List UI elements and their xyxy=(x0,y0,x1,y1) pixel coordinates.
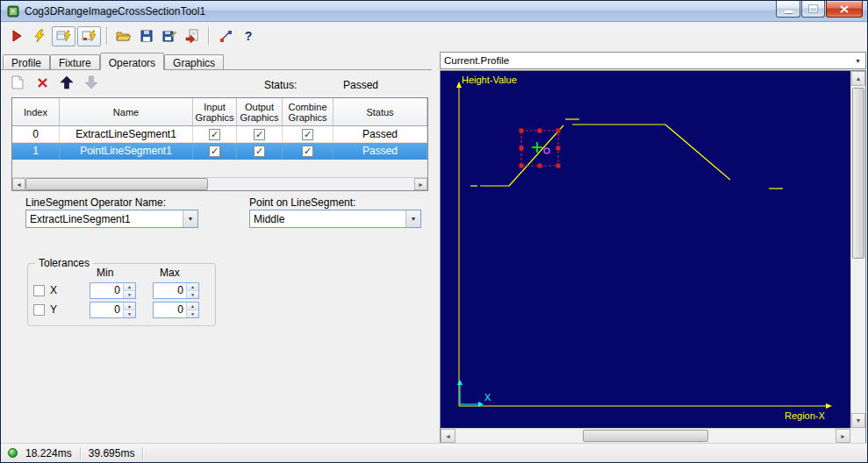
tab-operators[interactable]: Operators xyxy=(100,53,164,70)
roi-handle[interactable] xyxy=(556,164,561,168)
spinner-value[interactable]: 0 xyxy=(154,283,186,298)
profile-display[interactable]: Height-Value Region-X X xyxy=(441,71,850,428)
display-horizontal-scrollbar[interactable]: ◄ ► xyxy=(441,428,850,443)
mini-y-arrow-icon xyxy=(457,380,463,385)
maximize-icon xyxy=(809,5,817,12)
electric-run-toggle-button[interactable] xyxy=(77,26,101,46)
main-toolbar: ? xyxy=(1,23,867,49)
roi-handle[interactable] xyxy=(556,146,561,151)
spin-up-icon[interactable]: ▲ xyxy=(187,303,198,310)
spinner-value[interactable]: 0 xyxy=(90,283,123,298)
table-header-row: Index Name Input Graphics Output Graphic… xyxy=(12,98,427,126)
help-icon: ? xyxy=(245,29,253,43)
maximize-button[interactable] xyxy=(801,1,825,18)
col-header-name[interactable]: Name xyxy=(60,98,193,125)
chevron-down-icon[interactable]: ▼ xyxy=(850,53,865,68)
tolerance-y-min-spinner[interactable]: 0 ▲▼ xyxy=(90,302,136,318)
y-axis-label: Height-Value xyxy=(462,75,517,85)
point-on-linesegment-value: Middle xyxy=(250,213,405,225)
table-row-selected[interactable]: 1 PointLineSegment1 ✓ ✓ ✓ Passed xyxy=(12,143,427,160)
tab-graphics[interactable]: Graphics xyxy=(164,54,224,69)
col-header-index[interactable]: Index xyxy=(12,98,60,125)
roi-handle[interactable] xyxy=(520,129,524,133)
save-as-button[interactable] xyxy=(159,25,180,46)
operators-toolbar xyxy=(10,75,99,90)
scroll-down-button[interactable]: ▼ xyxy=(851,413,865,428)
profile-segment-5 xyxy=(665,125,730,180)
display-vertical-scrollbar[interactable]: ▲ ▼ xyxy=(850,71,865,428)
combine-graphics-checkbox[interactable]: ✓ xyxy=(302,146,313,157)
min-header: Min xyxy=(97,267,113,279)
roi-handle[interactable] xyxy=(538,164,542,168)
tolerance-x-max-spinner[interactable]: 0 ▲▼ xyxy=(153,282,199,299)
point-on-linesegment-combobox[interactable]: Middle ▼ xyxy=(249,210,421,228)
scroll-right-button[interactable]: ► xyxy=(836,429,850,443)
tolerance-y-checkbox[interactable] xyxy=(33,304,45,316)
display-selector-combobox[interactable]: Current.Profile ▼ xyxy=(440,52,866,69)
point-on-linesegment-label: Point on LineSegment: xyxy=(249,196,355,209)
tab-profile[interactable]: Profile xyxy=(3,54,50,69)
table-horizontal-scrollbar[interactable]: ◄ ► xyxy=(12,177,427,190)
spin-up-icon[interactable]: ▲ xyxy=(124,303,135,310)
profile-display-frame: Height-Value Region-X X ▲ ▼ ◄ ► xyxy=(440,70,866,444)
scrollbar-corner xyxy=(850,428,865,443)
scrollbar-thumb[interactable] xyxy=(25,178,208,190)
scroll-left-button[interactable]: ◄ xyxy=(441,429,456,443)
title-bar[interactable]: Cog3DRangeImageCrossSectionTool1 xyxy=(1,1,867,22)
linesegment-operator-value: ExtractLineSegment1 xyxy=(26,213,183,225)
spin-up-icon[interactable]: ▲ xyxy=(124,283,135,291)
add-operator-button[interactable] xyxy=(10,75,25,90)
delete-operator-button[interactable] xyxy=(34,75,50,90)
run-tool-button[interactable] xyxy=(6,25,27,46)
roi-handle[interactable] xyxy=(556,129,561,133)
spin-down-icon[interactable]: ▼ xyxy=(187,310,198,317)
scroll-up-button[interactable]: ▲ xyxy=(851,71,865,86)
help-button[interactable]: ? xyxy=(238,25,259,46)
spinner-value[interactable]: 0 xyxy=(154,303,186,317)
profile-segment-2 xyxy=(509,125,563,186)
tab-fixture[interactable]: Fixture xyxy=(50,54,100,69)
roi-handle[interactable] xyxy=(520,164,524,168)
tolerance-y-max-spinner[interactable]: 0 ▲▼ xyxy=(153,302,199,318)
roi-handle[interactable] xyxy=(520,146,524,151)
chevron-down-icon[interactable]: ▼ xyxy=(405,210,420,227)
linesegment-operator-combobox[interactable]: ExtractLineSegment1 ▼ xyxy=(25,210,198,228)
tolerance-x-checkbox[interactable] xyxy=(33,285,45,296)
col-header-output-graphics[interactable]: Output Graphics xyxy=(237,98,283,125)
measure-slope-button[interactable] xyxy=(215,25,236,46)
tolerance-x-min-spinner[interactable]: 0 ▲▼ xyxy=(90,282,136,299)
output-graphics-checkbox[interactable]: ✓ xyxy=(254,129,265,140)
x-axis-label: Region-X xyxy=(785,410,825,421)
import-button[interactable] xyxy=(182,25,203,46)
input-graphics-checkbox[interactable]: ✓ xyxy=(209,129,220,140)
minimize-button[interactable] xyxy=(776,1,800,18)
open-file-button[interactable] xyxy=(113,25,134,46)
col-header-status[interactable]: Status xyxy=(334,98,427,125)
combine-graphics-checkbox[interactable]: ✓ xyxy=(302,129,313,140)
spin-down-icon[interactable]: ▼ xyxy=(124,310,135,317)
table-row[interactable]: 0 ExtractLineSegment1 ✓ ✓ ✓ Passed xyxy=(12,126,427,143)
move-down-button[interactable] xyxy=(83,75,99,90)
scroll-left-button[interactable]: ◄ xyxy=(12,178,25,190)
auto-run-toggle-button[interactable] xyxy=(52,26,75,46)
spin-down-icon[interactable]: ▼ xyxy=(187,291,198,298)
input-graphics-checkbox[interactable]: ✓ xyxy=(209,146,220,157)
run-on-live-button[interactable] xyxy=(29,25,50,46)
scrollbar-thumb[interactable] xyxy=(583,430,708,442)
scroll-right-button[interactable]: ► xyxy=(414,178,427,190)
operators-table: Index Name Input Graphics Output Graphic… xyxy=(11,97,428,191)
spin-up-icon[interactable]: ▲ xyxy=(187,283,198,291)
close-button[interactable] xyxy=(826,1,863,18)
output-graphics-checkbox[interactable]: ✓ xyxy=(254,146,265,157)
app-icon xyxy=(6,4,20,18)
scrollbar-thumb[interactable] xyxy=(852,88,864,259)
spinner-value[interactable]: 0 xyxy=(90,303,123,317)
save-file-button[interactable] xyxy=(136,25,157,46)
spin-down-icon[interactable]: ▼ xyxy=(124,291,135,298)
status-value: Passed xyxy=(343,79,378,91)
move-up-button[interactable] xyxy=(59,75,75,90)
col-header-input-graphics[interactable]: Input Graphics xyxy=(193,98,237,125)
roi-handle[interactable] xyxy=(538,129,542,133)
col-header-combine-graphics[interactable]: Combine Graphics xyxy=(283,98,334,125)
chevron-down-icon[interactable]: ▼ xyxy=(183,210,197,227)
